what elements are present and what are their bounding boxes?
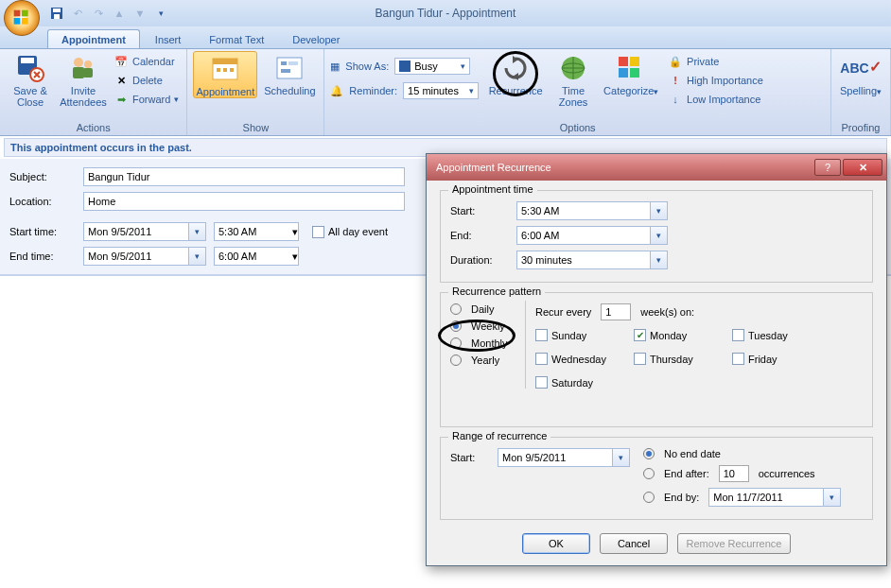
end-time-picker[interactable]: 6:00 AM▾ <box>214 247 299 266</box>
help-button[interactable]: ? <box>814 159 841 176</box>
svg-rect-20 <box>281 61 287 65</box>
spelling-button[interactable]: ABC✓ Spelling▾ <box>837 51 884 96</box>
svg-rect-22 <box>281 69 290 73</box>
undo-icon[interactable]: ↶ <box>68 4 87 23</box>
show-as-combo[interactable]: Busy▾ <box>394 58 470 75</box>
radio-end-after[interactable]: End after:10occurrences <box>643 462 863 485</box>
categorize-icon <box>615 53 645 83</box>
check-saturday[interactable]: Saturday <box>535 376 611 389</box>
save-close-button[interactable]: Save & Close <box>6 51 55 108</box>
invite-attendees-button[interactable]: Invite Attendees <box>59 51 108 108</box>
group-label-proofing: Proofing <box>837 121 884 135</box>
svg-rect-3 <box>22 18 28 25</box>
range-start-picker[interactable]: Mon 9/5/2011▾ <box>498 448 630 467</box>
forward-button[interactable]: ➡Forward▾ <box>112 91 181 108</box>
range-group: Range of recurrence Start:Mon 9/5/2011▾ … <box>440 437 873 520</box>
redo-icon[interactable]: ↷ <box>89 4 108 23</box>
radio-end-by[interactable]: End by:Mon 11/7/2011▾ <box>643 485 863 510</box>
check-thursday[interactable]: Thursday <box>634 353 709 365</box>
remove-recurrence-button[interactable]: Remove Recurrence <box>677 533 791 554</box>
location-label: Location: <box>9 196 76 207</box>
appt-end-combo[interactable]: 6:00 AM▾ <box>516 226 668 245</box>
check-monday[interactable]: ✔Monday <box>634 329 709 341</box>
save-close-icon <box>15 53 45 83</box>
check-tuesday[interactable]: Tuesday <box>732 329 808 341</box>
tab-appointment[interactable]: Appointment <box>47 29 140 48</box>
appt-start-combo[interactable]: 5:30 AM▾ <box>516 201 668 220</box>
private-button[interactable]: 🔒Private <box>666 53 765 70</box>
subject-label: Subject: <box>9 171 76 182</box>
radio-no-end[interactable]: No end date <box>643 445 863 462</box>
start-date-picker[interactable]: Mon 9/5/2011▾ <box>83 222 206 241</box>
occurrences-input[interactable]: 10 <box>719 465 749 482</box>
reminder-icon: 🔔 <box>330 85 343 97</box>
check-wednesday[interactable]: Wednesday <box>535 353 611 365</box>
tab-format-text[interactable]: Format Text <box>196 30 277 48</box>
end-by-picker[interactable]: Mon 11/7/2011▾ <box>708 488 841 507</box>
check-sunday[interactable]: Sunday <box>535 329 611 341</box>
scheduling-button[interactable]: Scheduling <box>261 51 318 96</box>
high-importance-button[interactable]: !High Importance <box>666 72 765 89</box>
svg-rect-17 <box>223 68 227 72</box>
appt-duration-combo[interactable]: 30 minutes▾ <box>516 251 668 269</box>
start-time-picker[interactable]: 5:30 AM▾ <box>214 222 299 241</box>
low-importance-button[interactable]: ↓Low Importance <box>666 91 765 108</box>
reminder-combo[interactable]: 15 minutes▾ <box>403 82 479 99</box>
svg-rect-27 <box>619 68 628 78</box>
dropdown-icon: ▾ <box>188 248 205 265</box>
tab-developer[interactable]: Developer <box>279 30 353 48</box>
delete-button[interactable]: ✕Delete <box>112 72 181 89</box>
svg-rect-21 <box>288 61 298 65</box>
calendar-icon: 📅 <box>114 54 129 69</box>
prev-icon[interactable]: ▲ <box>110 4 129 23</box>
svg-rect-6 <box>54 14 60 19</box>
group-label-show: Show <box>193 121 318 135</box>
radio-weekly[interactable]: Weekly <box>450 318 519 335</box>
save-icon[interactable] <box>47 4 66 23</box>
time-zones-button[interactable]: Time Zones <box>552 51 594 108</box>
svg-rect-15 <box>213 59 237 64</box>
categorize-button[interactable]: Categorize▾ <box>603 51 656 96</box>
appointment-view-button[interactable]: Appointment <box>193 51 257 98</box>
qat-dropdown-icon[interactable]: ▾ <box>151 4 170 23</box>
subject-input[interactable]: Bangun Tidur <box>83 167 405 186</box>
forward-icon: ➡ <box>114 92 129 107</box>
all-day-checkbox[interactable]: All day event <box>312 226 388 238</box>
recurrence-button[interactable]: Recurrence <box>488 51 543 96</box>
svg-rect-16 <box>217 68 220 72</box>
svg-rect-0 <box>14 10 21 17</box>
invite-label: Invite Attendees <box>60 85 107 108</box>
high-importance-icon: ! <box>668 73 683 88</box>
radio-yearly[interactable]: Yearly <box>450 352 519 369</box>
recurrence-pattern-group: Recurrence pattern Daily Weekly Monthly … <box>440 292 873 427</box>
svg-point-10 <box>74 58 83 67</box>
svg-rect-19 <box>277 58 302 78</box>
check-friday[interactable]: Friday <box>732 353 808 365</box>
end-time-label: End time: <box>9 251 76 262</box>
spelling-icon: ABC✓ <box>846 53 876 83</box>
scheduling-icon <box>274 53 305 83</box>
office-button[interactable] <box>4 0 40 36</box>
dropdown-icon: ▾ <box>292 251 298 263</box>
location-input[interactable]: Home <box>83 192 405 211</box>
radio-monthly[interactable]: Monthly <box>450 335 519 352</box>
lock-icon: 🔒 <box>668 54 683 69</box>
end-date-picker[interactable]: Mon 9/5/2011▾ <box>83 247 206 266</box>
invite-icon <box>68 53 98 83</box>
calendar-button[interactable]: 📅Calendar <box>112 53 181 70</box>
appointment-time-group: Appointment time Start:5:30 AM▾ End:6:00… <box>440 190 873 283</box>
group-options: ▦ Show As: Busy▾ 🔔 Reminder: 15 minutes▾… <box>324 49 831 135</box>
group-label-actions: Actions <box>6 121 181 135</box>
radio-daily[interactable]: Daily <box>450 301 519 318</box>
svg-rect-28 <box>630 68 639 78</box>
cancel-button[interactable]: Cancel <box>600 533 668 554</box>
delete-icon: ✕ <box>114 73 129 88</box>
interval-input[interactable]: 1 <box>601 303 631 320</box>
tab-insert[interactable]: Insert <box>142 30 195 48</box>
next-icon[interactable]: ▼ <box>131 4 149 23</box>
group-label-options: Options <box>330 121 825 135</box>
appointment-icon <box>210 54 240 84</box>
close-button[interactable]: ✕ <box>843 159 882 176</box>
ok-button[interactable]: OK <box>522 533 590 554</box>
svg-rect-25 <box>619 57 628 66</box>
